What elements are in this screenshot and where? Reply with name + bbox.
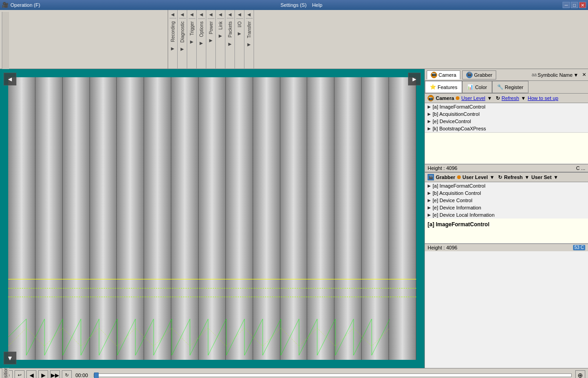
acquisition-panel: Acquisition 📷 0 ▲ ▼ 65,535 ▲ ▼	[0, 10, 168, 69]
options-group: ◄ Options ►	[197, 10, 206, 69]
next-btn[interactable]: ▶▶	[50, 370, 60, 378]
link-arrow-up[interactable]: ◄	[217, 11, 224, 18]
teal-right	[416, 77, 424, 360]
user-level-btn[interactable]: User Level	[461, 95, 485, 101]
link-btn[interactable]: Link	[217, 18, 224, 32]
how-to-set-up-btn[interactable]: How to set up	[528, 95, 558, 101]
power-arrow-down[interactable]: ►	[207, 37, 214, 44]
tree-arrow-e: ▶	[428, 119, 431, 124]
yellow-dashed-1	[8, 288, 416, 288]
settings-btn[interactable]: Settings (S)	[280, 2, 306, 8]
nav-arrow-topright[interactable]: ►	[408, 73, 421, 85]
io-arrow-down[interactable]: ►	[236, 30, 243, 37]
transfer-arrow-down[interactable]: ►	[245, 41, 253, 48]
options-arrow-down[interactable]: ►	[198, 40, 205, 47]
grabber-tree-item-a[interactable]: ▶ [a] ImageFormatControl	[425, 182, 588, 189]
camera-height-bar: Height : 4096 C ...	[425, 164, 588, 172]
camera-height-suffix: C ...	[576, 165, 585, 171]
image-view: ◄ ► ▼	[0, 69, 424, 368]
prev-btn[interactable]: ◀	[26, 370, 36, 378]
register-tab[interactable]: 🔧 Register	[492, 81, 528, 93]
packets-arrow-down[interactable]: ►	[226, 40, 234, 48]
transfer-group: ◄ Transfer ►	[244, 10, 254, 69]
grabber-user-level-btn[interactable]: User Level	[463, 174, 488, 180]
window-controls: ─ □ ✕	[563, 2, 586, 8]
io-btn[interactable]: I/O	[236, 18, 243, 30]
power-btn[interactable]: Power	[208, 18, 214, 37]
user-set-btn[interactable]: User Set	[531, 174, 552, 180]
teal-bottom	[0, 360, 424, 368]
trigger-btn[interactable]: Trigger	[189, 18, 195, 38]
yellow-line-1	[8, 279, 416, 279]
options-arrow-up[interactable]: ◄	[198, 11, 205, 18]
zoom-btn[interactable]: ⊕	[575, 370, 585, 378]
packets-btn[interactable]: Packets	[227, 18, 234, 40]
title-bar: 🎥 Operation (F) Settings (S) Help ─ □ ✕	[0, 0, 588, 10]
link-arrow-down[interactable]: ►	[217, 32, 224, 40]
user-set-dropdown[interactable]: ▼	[553, 174, 558, 180]
tree-item-e[interactable]: ▶ [e] DeviceControl	[425, 118, 588, 125]
recording-arrow-down[interactable]: ►	[169, 45, 176, 52]
loop-btn[interactable]: ↻	[62, 370, 72, 378]
seek-bar[interactable]	[94, 373, 572, 377]
sym-icon: aa	[532, 72, 537, 77]
grabber-tree-arrow-e1: ▶	[428, 198, 431, 203]
time-display: 00:00	[74, 373, 90, 378]
camera-section: 📷 Camera User Level ▼ ↻ Refresh ▼ How to…	[425, 94, 588, 172]
user-level-dropdown[interactable]: ▼	[487, 95, 492, 101]
grabber-section-label: Grabber	[436, 174, 455, 180]
rewind-btn[interactable]: ↩	[15, 370, 25, 378]
register-icon: 🔧	[497, 84, 503, 90]
diagnostic-arrow-down[interactable]: ►	[179, 45, 186, 53]
features-tab[interactable]: ⭐ Features	[425, 81, 462, 93]
transfer-arrow-up[interactable]: ◄	[245, 11, 253, 18]
power-arrow-up[interactable]: ◄	[207, 11, 214, 18]
tree-arrow-a: ▶	[428, 104, 431, 109]
trigger-group: ◄ Trigger ►	[187, 10, 197, 69]
camera-section-icon: 📷	[428, 95, 434, 101]
tree-label-a: [a] ImageFormatControl	[433, 104, 485, 109]
grabber-tree-item-e1[interactable]: ▶ [e] Device Control	[425, 197, 588, 204]
maximize-btn[interactable]: □	[571, 2, 578, 8]
grabber-tree-item-e3[interactable]: ▶ [e] Device Local Information	[425, 211, 588, 219]
sym-dropdown-arrow[interactable]: ▼	[573, 72, 578, 78]
tree-item-b[interactable]: ▶ [b] AcquisitionControl	[425, 110, 588, 118]
window-title: Operation (F)	[10, 2, 40, 8]
grabber-tree: ▶ [a] ImageFormatControl ▶ [b] Acquisiti…	[425, 182, 588, 219]
grabber-section-icon: 🎬	[428, 174, 434, 180]
sym-close-btn[interactable]: ✕	[582, 72, 586, 78]
color-tab[interactable]: 📊 Color	[462, 81, 492, 93]
grabber-tree-item-b[interactable]: ▶ [b] Acquisition Control	[425, 189, 588, 197]
diagnostic-arrow-up[interactable]: ◄	[179, 11, 186, 18]
options-btn[interactable]: Options	[198, 18, 205, 40]
transfer-btn[interactable]: Transfer	[246, 18, 253, 41]
seek-thumb	[94, 373, 99, 378]
recording-arrow-up[interactable]: ◄	[169, 11, 176, 18]
camera-tab[interactable]: 📷 Camera	[427, 70, 460, 80]
grabber-refresh-btn[interactable]: Refresh	[504, 174, 523, 180]
packets-arrow-up[interactable]: ◄	[226, 11, 234, 18]
grabber-refresh-dropdown[interactable]: ▼	[524, 174, 529, 180]
recording-btn[interactable]: Recording	[169, 18, 176, 45]
trigger-arrow-up[interactable]: ◄	[188, 11, 195, 18]
minimize-btn[interactable]: ─	[563, 2, 570, 8]
grabber-tree-label-e2: [e] Device Information	[433, 205, 481, 210]
refresh-btn[interactable]: Refresh	[502, 95, 519, 101]
grabber-user-level-dropdown[interactable]: ▼	[489, 174, 494, 180]
trigger-arrow-down[interactable]: ►	[188, 38, 195, 45]
grabber-tab[interactable]: 🎬 Grabber	[462, 70, 496, 80]
close-btn[interactable]: ✕	[579, 2, 586, 8]
diagnostic-btn[interactable]: Diagnostic	[179, 18, 186, 45]
camera-info-box	[425, 132, 588, 164]
tree-item-a[interactable]: ▶ [a] ImageFormatControl	[425, 103, 588, 110]
nav-arrow-topleft[interactable]: ◄	[4, 73, 16, 85]
tree-item-k[interactable]: ▶ [k] BootstrapCoaXPress	[425, 125, 588, 132]
symbolic-name-area: aa Symbolic Name ▼ ✕	[532, 72, 586, 78]
nav-arrow-bottomleft[interactable]: ▼	[4, 352, 16, 364]
grabber-tree-item-e2[interactable]: ▶ [e] Device Information	[425, 204, 588, 211]
help-btn[interactable]: Help	[312, 2, 323, 8]
io-arrow-up[interactable]: ◄	[236, 11, 243, 18]
packets-group: ◄ Packets ►	[225, 10, 235, 69]
play-btn[interactable]: ▶	[38, 370, 48, 378]
refresh-dropdown[interactable]: ▼	[521, 95, 526, 101]
